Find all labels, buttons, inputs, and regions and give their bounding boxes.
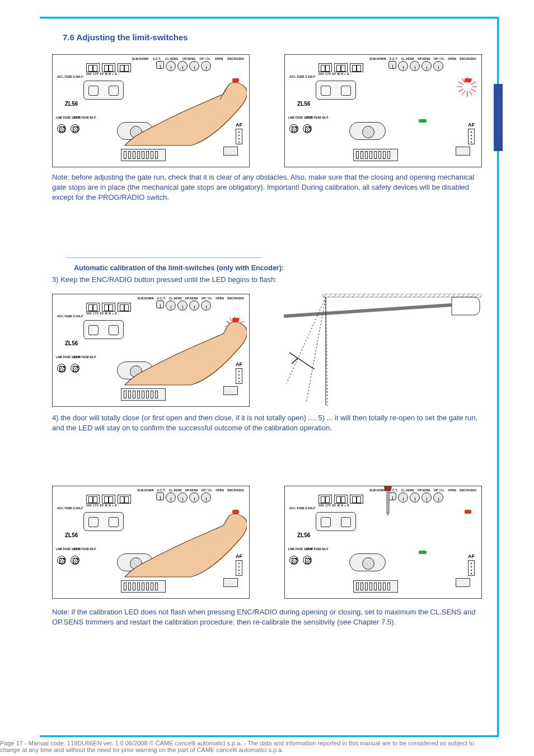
panel-top-labels: SLW.DOWNA.C.T.CL.SENSOP.SENSOP / CLOPENE… (135, 297, 246, 300)
hand-press-icon (124, 511, 247, 578)
op-sens-trimmer (189, 61, 199, 71)
trimmer-row (388, 492, 443, 503)
board-model: ZL56 (65, 101, 78, 107)
line-fuse-icon (57, 556, 66, 565)
transformer-icon (83, 81, 124, 100)
terminal-blocks (318, 495, 363, 504)
af-header-icon (468, 129, 475, 144)
slw-down-trimmer (156, 61, 164, 69)
subsection-title: Automatic calibration of the limit-switc… (74, 264, 284, 272)
connector-icon (456, 147, 470, 156)
connector-icon (456, 578, 470, 587)
terminal-blocks (86, 495, 131, 504)
motor-fuse-icon (303, 124, 312, 133)
line-fuse-icon (289, 124, 298, 133)
motor-fuse-icon (303, 556, 312, 565)
acc-fuse-label: ACC. FUSE 3.15A-F (57, 75, 83, 78)
panel-top-labels: SLW.DOWNA.C.T.CL.SENSOP.SENSOP / CLOPENE… (135, 489, 246, 492)
dip-switch-bank (121, 388, 166, 401)
board-model: ZL56 (297, 101, 310, 107)
terminal-blocks (86, 303, 131, 312)
dip-switch-bank (353, 580, 398, 593)
motor-fuse-label: OTOR FUSE 8A-F (305, 548, 329, 551)
board-model: ZL56 (65, 532, 78, 538)
motor-fuse-icon (71, 556, 79, 565)
op-cl-trimmer (201, 61, 211, 71)
acc-fuse-label: ACC. FUSE 3.15A-F (289, 506, 315, 510)
panel-top-labels: SLW.DOWN A.C.T. CL.SENS OP.SENS OP / CL … (130, 57, 246, 60)
figure-2-board-led-flashing: SLW.DOWNA.C.T.CL.SENSOP.SENSOP / CLOPENE… (284, 54, 482, 167)
trimmer-row (156, 492, 211, 503)
figure-6-screwdriver-adjust: SLW.DOWNA.C.T.CL.SENSOP.SENSOP / CLOPENE… (284, 486, 482, 599)
dip-switch-bank (121, 580, 166, 593)
acc-fuse-label: ACC. FUSE 3.15A-F (57, 314, 83, 318)
terminal-blocks (86, 63, 131, 72)
figure-5-board-hand-press: SLW.DOWNA.C.T.CL.SENSOP.SENSOP / CLOPENE… (52, 486, 250, 599)
terminal-labels: 26V 17V 0V M N + E - (318, 504, 352, 507)
svg-line-6 (287, 297, 326, 383)
hand-press-icon (124, 79, 247, 147)
cl-sens-trimmer (177, 61, 188, 71)
panel-top-labels: SLW.DOWNA.C.T.CL.SENSOP.SENSOP / CLOPENE… (368, 57, 478, 60)
page-footer: Page 17 - Manual code: 119DU66EN ver. 1.… (0, 740, 492, 753)
line-fuse-icon (57, 364, 66, 373)
acc-fuse-label: ACC. FUSE 3.15A-F (289, 75, 315, 78)
enc-radio-led-icon (465, 78, 471, 82)
line-fuse-icon (57, 124, 66, 133)
subsection-divider (66, 257, 262, 258)
section-tab-english (494, 84, 503, 151)
terminal-labels: 26V 17V 0V M N + E - (86, 504, 119, 507)
relay-icon (349, 553, 386, 571)
connector-icon (223, 147, 238, 156)
terminal-labels: 26V 17V 0V M N + E - (86, 312, 119, 315)
board-model: ZL56 (297, 532, 310, 538)
figure-3-hold-button: SLW.DOWNA.C.T.CL.SENSOP.SENSOP / CLOPENE… (52, 294, 250, 407)
terminal-blocks (318, 63, 363, 72)
transformer-icon (83, 512, 124, 531)
page-border-bottom (40, 735, 499, 737)
connector-icon (223, 386, 238, 395)
af-label: AF (468, 122, 475, 128)
power-led-icon (419, 551, 427, 554)
motor-fuse-icon (71, 364, 79, 373)
motor-fuse-label: OTOR FUSE 8A-F (305, 116, 329, 119)
motor-fuse-label: OTOR FUSE 8A-F (73, 356, 96, 359)
relay-icon (349, 122, 386, 140)
line-fuse-icon (289, 556, 298, 565)
figure-1-board-hand-press: SLW.DOWN A.C.T. CL.SENS OP.SENS OP / CL … (52, 54, 250, 167)
af-label: AF (468, 553, 475, 559)
terminal-labels: 26V 17V 0V M N + E - (86, 72, 119, 76)
transformer-icon (316, 81, 356, 100)
manual-page: 7.6 Adjusting the limit-switches SLW.DOW… (0, 0, 534, 756)
trimmer-row (156, 300, 211, 311)
motor-fuse-label: OTOR FUSE 8A-F (73, 116, 96, 119)
svg-line-2 (284, 305, 452, 316)
power-led-icon (419, 119, 427, 123)
figure-4-door-motion (284, 294, 481, 407)
motor-fuse-icon (71, 124, 79, 133)
step-3-text: 3) Keep the ENC/RADIO button pressed unt… (52, 275, 489, 285)
svg-rect-1 (323, 294, 481, 297)
connector-icon (223, 578, 238, 587)
transformer-icon (316, 512, 356, 531)
act-trimmer (166, 61, 176, 71)
section-heading: 7.6 Adjusting the limit-switches (63, 32, 188, 42)
svg-rect-8 (387, 491, 389, 513)
enc-radio-led-icon (465, 510, 471, 514)
screwdriver-icon (380, 486, 396, 516)
board-model: ZL56 (65, 340, 78, 346)
trimmer-row (156, 61, 211, 71)
page-border-top (40, 17, 499, 18)
svg-marker-9 (387, 513, 389, 516)
hand-press-icon (124, 319, 247, 386)
transformer-icon (83, 320, 124, 339)
dip-switch-bank (353, 149, 398, 161)
svg-rect-7 (385, 486, 391, 491)
note-before-adjusting: Note: before adjusting the gate run, che… (52, 172, 489, 203)
motor-fuse-label: OTOR FUSE 8A-F (73, 548, 96, 551)
af-header-icon (468, 560, 475, 576)
note-recalibrate: Note: if the calibration LED does not fl… (52, 607, 489, 627)
acc-fuse-label: ACC. FUSE 3.15A-F (57, 506, 83, 510)
steps-4-5-text: 4) the door will totally close (or first… (52, 413, 489, 433)
dip-switch-bank (121, 149, 166, 161)
